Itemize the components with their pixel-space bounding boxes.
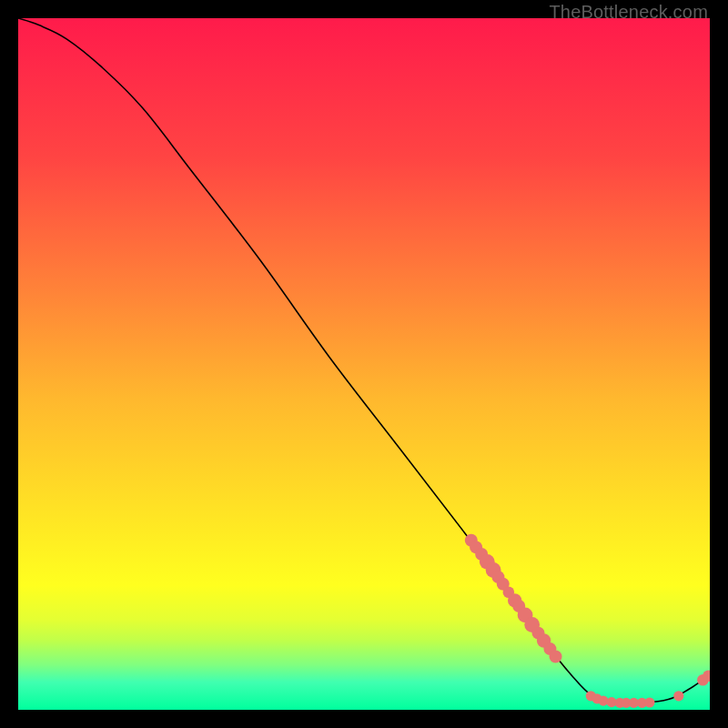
data-marker [644, 697, 654, 707]
chart-svg [18, 18, 710, 710]
chart-container: TheBottleneck.com [0, 0, 728, 728]
data-marker [673, 691, 683, 701]
gradient-background [18, 18, 710, 710]
plot-area [18, 18, 710, 710]
data-marker [550, 650, 562, 662]
